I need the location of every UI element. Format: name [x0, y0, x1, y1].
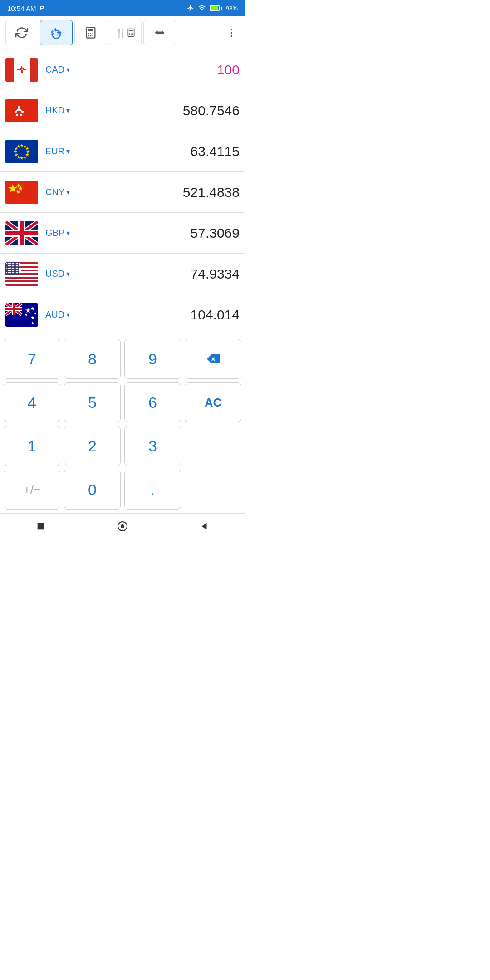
currency-row-aud[interactable]: AUD▾104.014 [0, 294, 245, 335]
currency-value-eur: 63.4115 [86, 144, 240, 159]
svg-point-29 [16, 114, 18, 116]
battery-icon [210, 5, 222, 11]
svg-rect-57 [5, 231, 38, 235]
currency-value-cny: 521.4838 [86, 185, 240, 200]
currency-row-hkd[interactable]: HKD▾580.7546 [0, 90, 245, 131]
svg-point-95 [13, 265, 14, 266]
svg-rect-76 [5, 279, 38, 280]
svg-point-85 [12, 263, 13, 264]
currency-row-cny[interactable]: CNY▾521.4838 [0, 172, 245, 213]
keypad: 789 456AC123+/−0. [0, 335, 245, 513]
tip-calc-button[interactable]: 🍴 [109, 20, 142, 45]
currency-dropdown-eur[interactable]: ▾ [66, 147, 70, 156]
calculator-button[interactable] [74, 20, 107, 45]
currency-dropdown-gbp[interactable]: ▾ [66, 229, 70, 237]
svg-point-101 [6, 267, 7, 268]
svg-rect-23 [23, 69, 26, 70]
currency-value-aud: 104.014 [86, 307, 240, 323]
svg-point-90 [19, 263, 20, 264]
svg-point-98 [17, 265, 18, 266]
currency-convert-button[interactable]: $ ⇄ [40, 20, 73, 45]
flag-gbp [5, 221, 38, 245]
svg-point-127 [15, 272, 15, 273]
key-empty-button[interactable]: . [124, 470, 181, 510]
svg-point-105 [12, 267, 13, 268]
battery-percent: 98% [226, 5, 238, 12]
toolbar: $ ⇄ 🍴 [0, 16, 245, 49]
currency-value-cad[interactable]: 100 [86, 62, 240, 78]
svg-point-16 [131, 34, 132, 35]
svg-point-129 [17, 272, 18, 273]
svg-point-4 [88, 33, 89, 34]
svg-point-113 [10, 270, 11, 270]
svg-point-5 [90, 33, 92, 34]
svg-rect-147 [38, 523, 44, 529]
status-left: 10:54 AM P [7, 5, 44, 12]
key-6-button[interactable]: 6 [124, 382, 181, 422]
currency-dropdown-hkd[interactable]: ▾ [66, 106, 70, 115]
svg-point-96 [15, 265, 15, 266]
currency-dropdown-usd[interactable]: ▾ [66, 270, 70, 278]
currency-row-usd[interactable]: USD▾74.9334 [0, 254, 245, 294]
currency-code-usd: USD [45, 269, 64, 279]
svg-point-91 [8, 265, 9, 266]
key-empty-button[interactable] [185, 339, 241, 379]
svg-point-118 [17, 270, 18, 270]
svg-rect-21 [21, 70, 23, 74]
key-9-button[interactable]: 9 [124, 339, 181, 379]
key-3-button[interactable]: 3 [124, 426, 181, 466]
svg-point-116 [15, 270, 15, 270]
svg-point-15 [129, 34, 130, 35]
flag-eur [5, 140, 38, 163]
key-2-button[interactable]: 2 [64, 426, 121, 466]
svg-point-122 [8, 272, 9, 273]
key-5-button[interactable]: 5 [64, 382, 121, 422]
flag-hkd [5, 99, 38, 122]
svg-point-107 [15, 267, 15, 268]
currency-dropdown-cad[interactable]: ▾ [66, 65, 70, 74]
svg-point-17 [132, 34, 133, 35]
svg-rect-77 [5, 280, 38, 282]
svg-point-115 [13, 270, 14, 270]
svg-point-88 [16, 263, 17, 264]
currency-dropdown-cny[interactable]: ▾ [66, 188, 70, 196]
home-button[interactable] [109, 517, 136, 535]
more-options-button[interactable]: ⋮ [223, 27, 240, 39]
svg-point-126 [13, 272, 14, 273]
key-AC-button[interactable]: AC [185, 382, 241, 422]
svg-rect-22 [17, 69, 21, 70]
time: 10:54 AM [7, 5, 36, 12]
svg-point-100 [20, 265, 21, 266]
flag-aud [5, 303, 38, 327]
svg-point-28 [20, 114, 22, 116]
stop-button[interactable] [27, 517, 54, 535]
svg-point-97 [16, 265, 17, 266]
key-1-button[interactable]: 1 [4, 426, 60, 466]
currency-dropdown-aud[interactable]: ▾ [66, 310, 70, 319]
svg-point-82 [8, 263, 9, 264]
svg-point-121 [6, 272, 7, 273]
back-button[interactable] [191, 517, 218, 535]
flag-usd [5, 262, 38, 286]
key-empty-button[interactable]: +/− [4, 470, 60, 510]
transfer-button[interactable] [143, 20, 176, 45]
svg-point-119 [19, 270, 20, 270]
svg-point-130 [19, 272, 20, 273]
refresh-button[interactable] [5, 20, 38, 45]
svg-point-8 [90, 35, 92, 37]
key-0-button[interactable]: 0 [64, 470, 121, 510]
key-8-button[interactable]: 8 [64, 339, 121, 379]
key-7-button[interactable]: 7 [4, 339, 60, 379]
svg-point-83 [9, 263, 10, 264]
flag-cad [5, 58, 38, 82]
svg-rect-140 [5, 308, 22, 310]
currency-row-cad[interactable]: CAD▾100 [0, 49, 245, 90]
svg-point-112 [9, 270, 10, 270]
bottom-nav [0, 513, 245, 539]
currency-row-gbp[interactable]: GBP▾57.3069 [0, 213, 245, 254]
svg-point-125 [12, 272, 13, 273]
key-empty-button [185, 426, 241, 466]
currency-row-eur[interactable]: EUR▾63.4115 [0, 131, 245, 172]
key-4-button[interactable]: 4 [4, 382, 60, 422]
currency-value-usd: 74.9334 [86, 266, 240, 282]
